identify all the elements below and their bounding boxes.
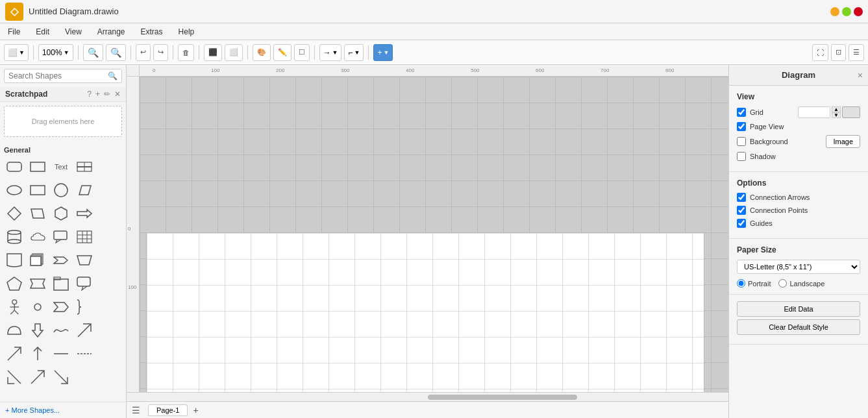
shape-wave[interactable] (51, 320, 71, 341)
shape-ellipse[interactable] (4, 180, 25, 201)
scratchpad-help-icon[interactable]: ? (87, 90, 92, 99)
page-select-dropdown[interactable]: ⬜ ▼ (4, 44, 29, 61)
zoom-dropdown[interactable]: 100% ▼ (38, 44, 73, 61)
shape-pentagon[interactable] (4, 273, 25, 294)
shape-text[interactable]: Text (51, 156, 71, 177)
shape-cylinder[interactable] (4, 227, 25, 247)
shape-brace[interactable] (74, 297, 95, 317)
shape-line[interactable] (51, 343, 71, 364)
page-tab[interactable]: Page-1 (148, 404, 188, 416)
clear-default-style-button[interactable]: Clear Default Style (737, 319, 860, 335)
shape-arrow-diagonal[interactable] (4, 343, 25, 364)
shape-arrow-sw[interactable] (4, 367, 25, 387)
shape-small-circle[interactable] (27, 297, 48, 317)
undo-button[interactable]: ↩ (136, 44, 151, 61)
paper-size-select[interactable]: US-Letter (8,5" x 11") A4 (210 x 297mm) … (737, 260, 860, 274)
shape-table-grid[interactable] (74, 227, 95, 247)
shape-arrow-up[interactable] (27, 343, 48, 364)
shape-document[interactable] (4, 250, 25, 271)
menu-edit[interactable]: Edit (33, 26, 52, 38)
scratchpad-close-icon[interactable]: ✕ (114, 90, 121, 99)
scratchpad-edit-icon[interactable]: ✏ (104, 90, 110, 99)
to-front-button[interactable]: ⬛ (204, 44, 222, 61)
shadow-button[interactable]: ☐ (294, 44, 310, 61)
background-checkbox[interactable] (737, 137, 746, 146)
edit-data-button[interactable]: Edit Data (737, 301, 860, 317)
maximize-btn[interactable] (842, 7, 851, 16)
menu-file[interactable]: File (5, 26, 23, 38)
close-btn[interactable] (854, 7, 863, 16)
shape-cross-arrow[interactable] (74, 320, 95, 341)
scrollbar-thumb[interactable] (428, 395, 577, 400)
menu-extras[interactable]: Extras (138, 26, 166, 38)
shape-half-circle[interactable] (4, 320, 25, 341)
grid-color-swatch[interactable] (842, 106, 860, 118)
shape-diamond[interactable] (4, 203, 25, 224)
menu-help[interactable]: Help (176, 26, 197, 38)
grid-checkbox[interactable] (737, 108, 746, 117)
fit-page-button[interactable]: ⊡ (831, 44, 846, 61)
shape-arrow-right[interactable] (74, 203, 95, 224)
zoom-out-button[interactable]: 🔍 (106, 44, 126, 61)
page-options-button[interactable]: ☰ (132, 405, 140, 415)
zoom-in-button[interactable]: 🔍 (83, 44, 103, 61)
menu-arrange[interactable]: Arrange (95, 26, 128, 38)
page-view-checkbox[interactable] (737, 122, 746, 131)
portrait-radio[interactable] (737, 279, 745, 288)
scratchpad-area[interactable]: Drag elements here (4, 106, 122, 137)
shape-parallelogram-h[interactable] (74, 180, 95, 201)
shape-speech-callout[interactable] (74, 273, 95, 294)
more-shapes-link[interactable]: + More Shapes... (0, 402, 126, 418)
grid-spinner-down[interactable]: ▼ (832, 112, 841, 118)
shape-arrow-se[interactable] (51, 367, 71, 387)
fullscreen-button[interactable]: ⛶ (812, 44, 828, 61)
portrait-option[interactable]: Portrait (737, 279, 771, 288)
shape-hexagon[interactable] (51, 203, 71, 224)
to-back-button[interactable]: ⬜ (225, 44, 243, 61)
horizontal-scrollbar[interactable] (127, 392, 728, 401)
shape-rounded-rect[interactable] (4, 156, 25, 177)
shape-actor[interactable] (4, 297, 25, 317)
insert-dropdown[interactable]: + ▼ (373, 44, 393, 61)
line-color-button[interactable]: ✏️ (273, 44, 291, 61)
connection-arrows-checkbox[interactable] (737, 193, 746, 202)
canvas-main[interactable] (140, 77, 728, 392)
grid-spinner-up[interactable]: ▲ (832, 106, 841, 112)
shape-dashed-line[interactable] (74, 343, 95, 364)
shape-process-arrow[interactable] (51, 250, 71, 271)
reset-view-button[interactable]: ☰ (849, 44, 864, 61)
fill-color-button[interactable]: 🎨 (253, 44, 271, 61)
shape-rect[interactable] (27, 156, 48, 177)
shape-frame[interactable] (51, 273, 71, 294)
grid-value-input[interactable]: 10 pt (798, 106, 830, 118)
shape-chevron2[interactable] (27, 320, 48, 341)
landscape-option[interactable]: Landscape (778, 279, 825, 288)
right-panel-close-button[interactable]: × (858, 70, 863, 80)
minimize-btn[interactable] (830, 7, 839, 16)
shape-multi-doc[interactable] (27, 250, 48, 271)
page-canvas[interactable] (146, 232, 704, 392)
shape-table-text[interactable] (74, 156, 95, 177)
redo-button[interactable]: ↪ (153, 44, 168, 61)
shadow-checkbox[interactable] (737, 152, 746, 161)
guides-checkbox[interactable] (737, 219, 746, 228)
connection-points-checkbox[interactable] (737, 206, 746, 215)
search-input[interactable] (8, 71, 105, 80)
menu-view[interactable]: View (62, 26, 84, 38)
shape-circle[interactable] (51, 180, 71, 201)
shape-callout[interactable] (51, 227, 71, 247)
shape-cloud[interactable] (27, 227, 48, 247)
landscape-radio[interactable] (778, 279, 787, 288)
shape-trapezoid[interactable] (74, 250, 95, 271)
scratchpad-add-icon[interactable]: + (95, 90, 100, 99)
add-page-button[interactable]: + (193, 405, 198, 415)
shape-chevron[interactable] (51, 297, 71, 317)
background-image-button[interactable]: Image (826, 135, 860, 148)
waypoint-style-dropdown[interactable]: ⌐ ▼ (344, 44, 364, 61)
delete-button[interactable]: 🗑 (178, 44, 194, 61)
canvas-scroll-area[interactable]: 0 100 (127, 77, 728, 392)
shape-parallelogram[interactable] (27, 203, 48, 224)
shape-banner[interactable] (27, 273, 48, 294)
connection-style-dropdown[interactable]: → ▼ (319, 44, 342, 61)
shape-arrow-ne[interactable] (27, 367, 48, 387)
